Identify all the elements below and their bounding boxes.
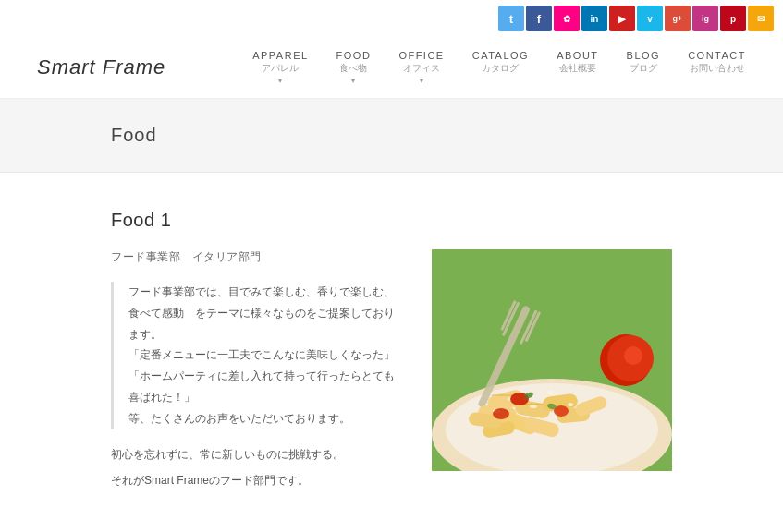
vimeo-icon[interactable]: v (637, 6, 663, 31)
page-banner: Food (0, 99, 783, 173)
svg-point-5 (624, 346, 642, 365)
nav-food[interactable]: FOOD 食べ物 ▾ (336, 50, 372, 85)
extra-line-2: それがSmart Frameのフード部門です。 (111, 470, 395, 491)
facebook-icon[interactable]: f (526, 6, 552, 31)
body-line-4: 等、たくさんのお声をいただいております。 (128, 408, 395, 429)
body-line-2: 「定番メニューに一工夫でこんなに美味しくなった」 (128, 345, 395, 366)
extra-line-1: 初心を忘れずに、常に新しいものに挑戦する。 (111, 444, 395, 466)
page-title: Food (111, 125, 672, 146)
nav-about[interactable]: ABOUT 会社概要 (557, 50, 598, 85)
svg-point-25 (549, 391, 555, 394)
flickr-icon[interactable]: ✿ (554, 6, 580, 31)
text-block: フード事業部では、目でみて楽しむ、香りで楽しむ、食べて感動 をテーマに様々なもの… (111, 282, 395, 429)
svg-point-30 (493, 408, 509, 419)
extra-text: 初心を忘れずに、常に新しいものに挑戦する。 それがSmart Frameのフード… (111, 444, 395, 492)
header: Smart Frame APPAREL アパレル ▾ FOOD 食べ物 ▾ OF… (0, 37, 783, 99)
main-content: Food 1 フード事業部 イタリア部門 フード事業部では、目でみて楽しむ、香り… (0, 173, 783, 532)
nav-catalog[interactable]: CATALOG カタログ (472, 50, 529, 85)
nav-office[interactable]: OFFICE オフィス ▾ (398, 50, 444, 85)
body-line-1: フード事業部では、目でみて楽しむ、香りで楽しむ、食べて感動 をテーマに様々なもの… (128, 282, 395, 345)
nav-contact[interactable]: CONTACT お問い合わせ (688, 50, 746, 85)
social-bar: t f ✿ in ▶ v g+ ig p ✉ (0, 0, 783, 37)
svg-point-27 (568, 403, 573, 406)
svg-point-24 (530, 405, 537, 408)
content-row: フード事業部 イタリア部門 フード事業部では、目でみて楽しむ、香りで楽しむ、食べ… (111, 249, 672, 497)
main-nav: APPAREL アパレル ▾ FOOD 食べ物 ▾ OFFICE オフィス ▾ … (252, 50, 746, 85)
instagram-icon[interactable]: ig (692, 6, 718, 31)
section-title: Food 1 (111, 210, 672, 231)
text-area: フード事業部 イタリア部門 フード事業部では、目でみて楽しむ、香りで楽しむ、食べ… (111, 249, 395, 497)
food-image (432, 249, 672, 471)
nav-apparel[interactable]: APPAREL アパレル ▾ (252, 50, 308, 85)
site-logo[interactable]: Smart Frame (37, 55, 165, 79)
linkedin-icon[interactable]: in (581, 6, 607, 31)
googleplus-icon[interactable]: g+ (665, 6, 691, 31)
twitter-icon[interactable]: t (498, 6, 524, 31)
sub-title: フード事業部 イタリア部門 (111, 249, 395, 265)
nav-blog[interactable]: BLOG ブログ (627, 50, 661, 85)
body-line-3: 「ホームパーティに差し入れて持って行ったらとても喜ばれた！」 (128, 366, 395, 408)
email-icon[interactable]: ✉ (748, 6, 774, 31)
youtube-icon[interactable]: ▶ (609, 6, 635, 31)
pinterest-icon[interactable]: p (720, 6, 746, 31)
